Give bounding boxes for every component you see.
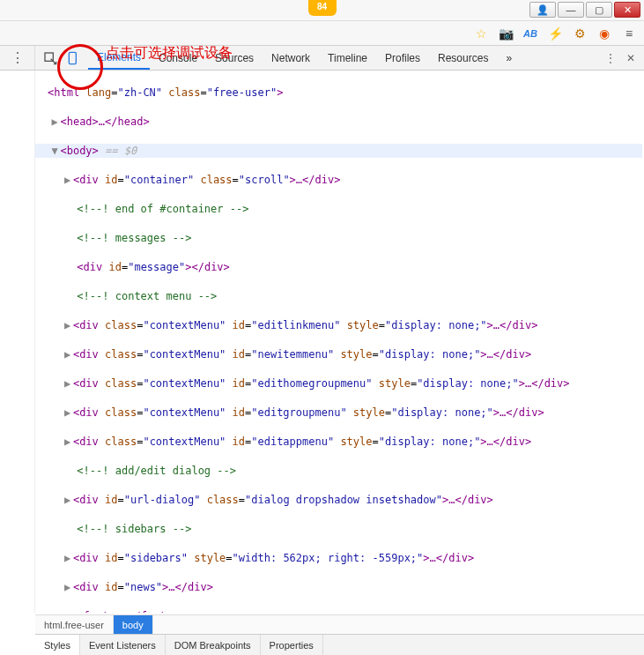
tab-resources[interactable]: Resources [429,46,497,70]
breadcrumb-html[interactable]: html.free-user [35,615,114,634]
tab-styles[interactable]: Styles [35,635,80,655]
window-titlebar: 84 👤 — ▢ ✕ [0,0,644,21]
selected-node[interactable]: ▼<body> == $0 [35,144,642,159]
tab-overflow[interactable]: » [497,46,521,70]
camera-icon[interactable]: 📷 [498,26,514,41]
annotation-text: 点击可选择调试设备 [106,44,233,63]
swirl-icon[interactable]: ◉ [596,26,612,41]
inspect-element-icon[interactable] [42,50,58,66]
window-controls: 👤 — ▢ ✕ [529,2,640,18]
bolt-icon[interactable]: ⚡ [547,26,563,41]
gear-icon[interactable]: ⚙ [572,26,588,41]
devtools-more-icon[interactable]: ⋮ [605,52,616,64]
breadcrumb-body[interactable]: body [114,615,153,634]
bookmark-star-icon[interactable]: ☆ [473,26,489,41]
close-window-button[interactable]: ✕ [614,2,640,18]
tab-dom-breakpoints[interactable]: DOM Breakpoints [166,635,261,655]
devtools-close-icon[interactable]: ✕ [626,52,635,64]
svg-rect-1 [69,52,76,63]
code-gutter [0,71,35,613]
devtools-left-gutter: ⋮ [0,46,35,70]
user-menu-button[interactable]: 👤 [529,2,556,18]
notification-badge: 84 [308,0,337,16]
tab-timeline[interactable]: Timeline [319,46,376,70]
tab-event-listeners[interactable]: Event Listeners [80,635,166,655]
dom-tree[interactable]: <html lang="zh-CN" class="free-user"> ▶<… [35,71,642,613]
styles-pane-tabs: Styles Event Listeners DOM Breakpoints P… [35,634,644,655]
devtools-tabbar: ⋮ Elements Console Sources Network Timel… [0,46,644,71]
browser-toolbar: ☆ 📷 AB ⚡ ⚙ ◉ ≡ [0,21,644,46]
tab-network[interactable]: Network [263,46,319,70]
device-toggle-icon[interactable] [65,50,81,66]
tab-properties[interactable]: Properties [261,635,323,655]
minimize-button[interactable]: — [558,2,584,18]
maximize-button[interactable]: ▢ [586,2,612,18]
ab-extension-icon[interactable]: AB [522,26,538,41]
more-vertical-icon[interactable]: ⋮ [11,49,25,66]
breadcrumb: html.free-user body [35,614,644,634]
tab-profiles[interactable]: Profiles [376,46,429,70]
hamburger-menu-icon[interactable]: ≡ [621,26,637,41]
